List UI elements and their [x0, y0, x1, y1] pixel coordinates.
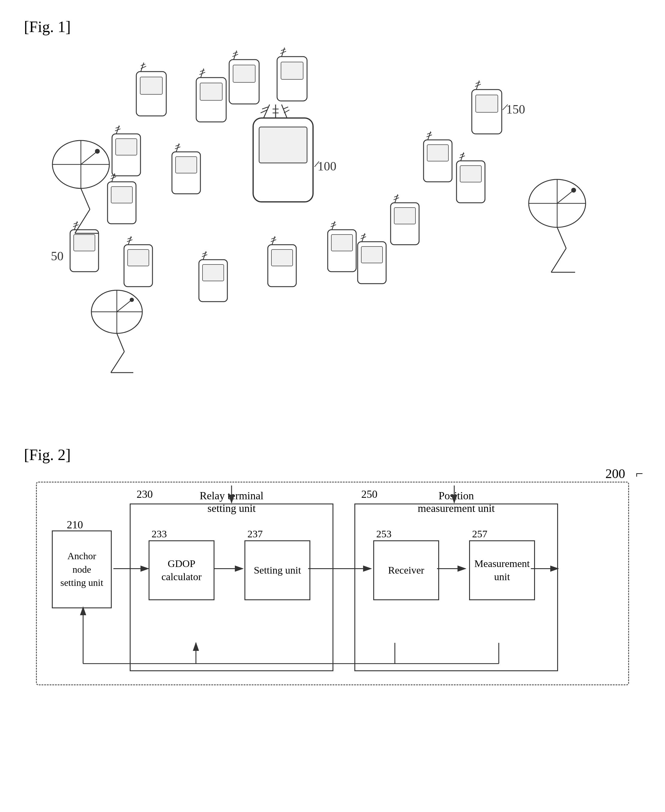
svg-line-110	[332, 221, 335, 230]
svg-rect-113	[328, 230, 356, 272]
fig1-label: [Fig. 1]	[24, 18, 641, 36]
svg-line-75	[284, 110, 289, 113]
svg-text:150: 150	[506, 102, 525, 116]
svg-rect-29	[140, 77, 162, 94]
svg-rect-83	[424, 140, 452, 182]
svg-line-36	[233, 52, 238, 54]
svg-line-121	[394, 196, 398, 197]
svg-line-21	[111, 352, 124, 373]
svg-line-64	[175, 147, 180, 149]
svg-line-3	[81, 188, 90, 210]
svg-line-27	[141, 66, 146, 69]
svg-line-85	[461, 152, 464, 161]
svg-line-107	[271, 240, 276, 242]
svg-rect-123	[391, 203, 419, 245]
position-section-number: 250	[361, 488, 377, 501]
svg-line-45	[476, 80, 479, 90]
svg-line-87	[460, 156, 465, 158]
svg-line-20	[117, 333, 124, 352]
svg-line-69	[260, 110, 267, 113]
svg-line-57	[112, 174, 115, 182]
svg-rect-38	[229, 60, 259, 104]
svg-line-82	[427, 135, 432, 137]
svg-line-35	[234, 51, 237, 60]
svg-point-7	[95, 149, 100, 154]
svg-point-9	[529, 179, 586, 228]
setting-unit-box: Setting unit	[244, 540, 310, 600]
svg-line-67	[264, 105, 270, 118]
svg-rect-119	[361, 247, 383, 263]
svg-line-46	[476, 82, 480, 83]
svg-rect-108	[268, 245, 296, 286]
svg-line-97	[127, 240, 133, 242]
svg-line-79	[314, 161, 319, 167]
svg-line-52	[116, 126, 119, 134]
anchor-node-label: Anchornodesetting unit	[60, 549, 103, 589]
svg-rect-48	[472, 90, 502, 134]
svg-rect-104	[203, 265, 224, 281]
svg-rect-44	[281, 62, 303, 79]
measurement-unit-label: Measurementunit	[474, 557, 530, 583]
svg-line-112	[331, 224, 336, 227]
svg-rect-77	[259, 127, 307, 163]
fig2-outer-box: 200 ⌐ Anchornodesetting unit 210 Relay t…	[36, 481, 629, 685]
svg-line-31	[200, 70, 205, 72]
svg-point-0	[52, 141, 109, 188]
setting-unit-number: 237	[247, 528, 263, 540]
svg-line-120	[395, 195, 398, 203]
svg-line-4	[75, 210, 90, 233]
svg-line-74	[283, 107, 288, 109]
position-section-title: Positionmeasurement unit	[418, 489, 495, 514]
svg-line-62	[176, 144, 179, 152]
svg-line-117	[361, 237, 366, 239]
svg-line-86	[460, 154, 464, 155]
svg-line-40	[282, 47, 285, 57]
svg-line-54	[115, 129, 120, 131]
svg-line-15	[557, 192, 572, 203]
svg-line-122	[394, 198, 399, 200]
svg-line-81	[427, 133, 431, 134]
gdop-box: GDOPcalculator	[149, 540, 215, 600]
svg-line-90	[74, 221, 77, 230]
svg-line-101	[203, 252, 207, 254]
anchor-node-number: 210	[67, 519, 83, 531]
svg-rect-49	[476, 95, 498, 112]
svg-text:50: 50	[51, 249, 64, 263]
receiver-label: Receiver	[388, 564, 424, 577]
svg-rect-93	[70, 230, 98, 272]
svg-rect-66	[175, 157, 197, 173]
svg-line-26	[141, 64, 145, 65]
svg-rect-43	[277, 57, 307, 101]
system-number: 200	[605, 466, 625, 481]
svg-rect-94	[74, 234, 95, 251]
anchor-node-box: Anchornodesetting unit	[52, 530, 112, 608]
gdop-label: GDOPcalculator	[161, 557, 201, 583]
svg-rect-55	[112, 134, 141, 176]
svg-line-100	[203, 251, 206, 260]
svg-line-59	[111, 177, 116, 179]
svg-rect-61	[111, 187, 133, 203]
setting-unit-label: Setting unit	[254, 564, 301, 577]
svg-rect-65	[172, 152, 200, 194]
svg-line-58	[111, 175, 115, 176]
page: { "fig1": { "label": "[Fig. 1]", "labels…	[0, 0, 665, 812]
measurement-unit-number: 257	[472, 528, 487, 540]
svg-line-92	[73, 224, 79, 227]
svg-rect-88	[457, 161, 485, 203]
gdop-number: 233	[152, 528, 167, 540]
svg-line-111	[331, 223, 336, 224]
fig1-diagram: 50	[24, 45, 641, 422]
svg-line-106	[271, 237, 275, 239]
svg-line-42	[280, 51, 286, 54]
svg-line-80	[428, 131, 431, 140]
svg-rect-103	[199, 260, 228, 301]
relay-section-box: Relay terminalsetting unit 230 GDOPcalcu…	[130, 504, 333, 671]
receiver-box: Receiver	[373, 540, 439, 600]
svg-rect-39	[233, 65, 255, 82]
svg-text:100: 100	[318, 159, 336, 173]
svg-rect-56	[116, 139, 137, 155]
svg-rect-118	[358, 242, 386, 284]
svg-line-95	[128, 236, 131, 245]
position-section-box: Positionmeasurement unit 250 Receiver 25…	[354, 504, 558, 671]
svg-rect-84	[427, 145, 449, 161]
